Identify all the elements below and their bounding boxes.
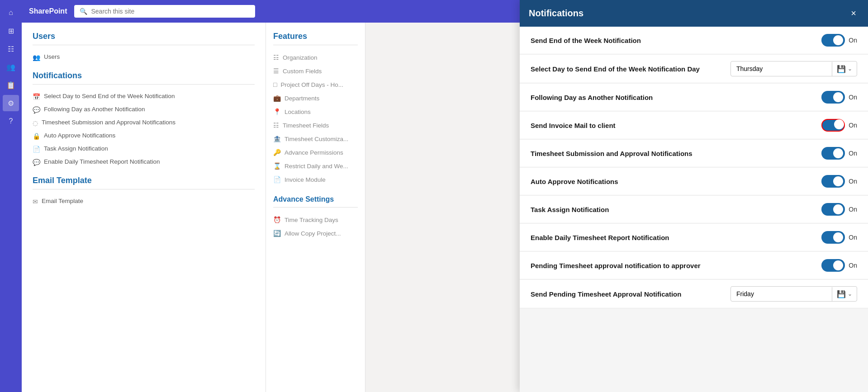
home-icon[interactable]: ⌂: [3, 5, 19, 21]
grid-icon[interactable]: ⊞: [3, 23, 19, 39]
features-item-time-tracking[interactable]: ⏰ Time Tracking Days: [273, 213, 358, 227]
select-control-9: SundayMondayTuesdayWednesdayThursdayFrid…: [730, 286, 857, 302]
toggle-state-3: On: [849, 122, 857, 129]
layers-icon: ☰: [273, 67, 279, 75]
sidebar-item-email-template[interactable]: ✉ Email Template: [33, 195, 255, 208]
toggle-0[interactable]: [821, 34, 845, 47]
features-item-restrict-daily[interactable]: ⌛ Restrict Daily and We...: [273, 159, 358, 173]
toggle-6[interactable]: [821, 203, 845, 216]
notification-label-3: Send Invoice Mail to client: [531, 122, 616, 129]
help-icon[interactable]: ?: [3, 113, 19, 129]
toggle-state-2: On: [849, 94, 857, 101]
select-save-button-9[interactable]: 💾 ⌄: [832, 287, 857, 301]
toggle-wrapper-4: On: [821, 147, 857, 160]
clipboard-icon[interactable]: 📋: [3, 77, 19, 93]
file-icon: 📄: [33, 146, 40, 153]
features-title: Features: [273, 32, 358, 41]
settings-icon[interactable]: ⚙: [3, 95, 19, 111]
sidebar-item-task-assign-label: Task Assign Notification: [44, 145, 108, 152]
invoice-icon: 📄: [273, 176, 281, 183]
features-item-invoice-label: Invoice Module: [285, 176, 326, 183]
features-item-allow-copy[interactable]: 🔄 Allow Copy Project...: [273, 227, 358, 240]
notifications-section-title: Notifications: [33, 71, 255, 80]
notification-row-8: Pending Timesheet approval notification …: [520, 252, 868, 279]
pin-icon: 📍: [273, 108, 281, 115]
features-item-time-tracking-label: Time Tracking Days: [285, 217, 338, 223]
notification-label-6: Task Assign Notification: [531, 206, 609, 213]
sidebar-item-task-assign[interactable]: 📄 Task Assign Notification: [33, 142, 255, 156]
toggle-4[interactable]: [821, 147, 845, 160]
left-navigation: ⌂ ⊞ ☷ 👥 📋 ⚙ ?: [0, 0, 22, 392]
toggle-state-7: On: [849, 234, 857, 241]
toggle-wrapper-7: On: [821, 231, 857, 244]
features-item-locations-label: Locations: [285, 109, 311, 115]
people-icon[interactable]: 👥: [3, 59, 19, 75]
toggle-state-4: On: [849, 150, 857, 157]
sidebar-item-following-day-label: Following Day as Another Notification: [44, 106, 145, 113]
toggle-wrapper-5: On: [821, 175, 857, 188]
sidebar-item-timesheet-submission[interactable]: ◌ Timesheet Submission and Approval Noti…: [33, 116, 255, 129]
features-item-custom-fields-label: Custom Fields: [283, 68, 322, 75]
select-label-9: Send Pending Timesheet Approval Notifica…: [531, 290, 681, 298]
sidebar-item-select-day[interactable]: 📅 Select Day to Send End of the Week Not…: [33, 90, 255, 103]
toggle-3[interactable]: [821, 119, 845, 132]
notifications-panel: Notifications × Send End of the Week Not…: [520, 0, 868, 392]
toggle-2[interactable]: [821, 91, 845, 104]
search-box[interactable]: 🔍: [74, 5, 255, 18]
chart-icon[interactable]: ☷: [3, 41, 19, 57]
features-item-organization[interactable]: ☷ Organization: [273, 51, 358, 64]
panel-header: Notifications ×: [520, 0, 868, 27]
notification-row-3: Send Invoice Mail to clientOn: [520, 112, 868, 139]
sidebar-item-following-day[interactable]: 💬 Following Day as Another Notification: [33, 103, 255, 116]
features-item-timesheet-customization-label: Timesheet Customiza...: [285, 136, 348, 142]
features-item-departments[interactable]: 💼 Departments: [273, 91, 358, 105]
chat-icon: 💬: [33, 106, 40, 113]
features-item-locations[interactable]: 📍 Locations: [273, 105, 358, 118]
features-item-invoice[interactable]: 📄 Invoice Module: [273, 173, 358, 186]
features-item-organization-label: Organization: [283, 54, 318, 61]
toggle-8[interactable]: [821, 259, 845, 272]
sidebar-item-auto-approve[interactable]: 🔒 Auto Approve Notifications: [33, 129, 255, 142]
notification-label-8: Pending Timesheet approval notification …: [531, 262, 701, 269]
calendar-icon: 📅: [33, 93, 40, 100]
toggle-wrapper-6: On: [821, 203, 857, 216]
features-item-allow-copy-label: Allow Copy Project...: [285, 230, 341, 237]
org-icon: ☷: [273, 54, 279, 61]
toggle-wrapper-8: On: [821, 259, 857, 272]
email-icon: ✉: [33, 198, 38, 205]
loading-icon: ◌: [33, 119, 38, 127]
sidebar-item-select-day-label: Select Day to Send End of the Week Notif…: [44, 93, 175, 99]
toggle-state-8: On: [849, 262, 857, 269]
search-input[interactable]: [91, 8, 250, 15]
features-item-project-offdays-label: Project Off Days - Ho...: [280, 81, 343, 88]
select-row-9: Send Pending Timesheet Approval Notifica…: [520, 280, 868, 308]
notification-row-6: Task Assign NotificationOn: [520, 196, 868, 223]
toggle-wrapper-0: On: [821, 34, 857, 47]
panel-title: Notifications: [529, 8, 583, 19]
sidebar-item-daily-report[interactable]: 💬 Enable Daily Timesheet Report Notifica…: [33, 156, 255, 169]
features-item-advance-permissions-label: Advance Permissions: [285, 149, 343, 156]
select-dropdown-1[interactable]: SundayMondayTuesdayWednesdayThursdayFrid…: [731, 61, 832, 76]
features-item-custom-fields[interactable]: ☰ Custom Fields: [273, 64, 358, 78]
copy-icon: 🔄: [273, 230, 281, 237]
select-dropdown-9[interactable]: SundayMondayTuesdayWednesdayThursdayFrid…: [731, 287, 832, 301]
notification-label-4: Timesheet Submission and Approval Notifi…: [531, 150, 693, 157]
sidebar: Users 👥 Users Notifications 📅 Select Day…: [22, 23, 266, 392]
sidebar-item-users-label: Users: [44, 53, 60, 60]
features-item-timesheet-customization[interactable]: 🏦 Timesheet Customiza...: [273, 132, 358, 146]
toggle-5[interactable]: [821, 175, 845, 188]
features-item-timesheet-fields[interactable]: ☷ Timesheet Fields: [273, 118, 358, 132]
features-item-advance-permissions[interactable]: 🔑 Advance Permissions: [273, 146, 358, 159]
sidebar-item-users[interactable]: 👥 Users: [33, 51, 255, 64]
panel-close-button[interactable]: ×: [848, 7, 859, 19]
features-panel: Features ☷ Organization ☰ Custom Fields …: [266, 23, 365, 392]
features-item-project-offdays[interactable]: □ Project Off Days - Ho...: [273, 78, 358, 91]
square-icon: □: [273, 81, 277, 88]
toggle-7[interactable]: [821, 231, 845, 244]
select-row-1: Select Day to Send End of the Week Notif…: [520, 55, 868, 83]
select-save-button-1[interactable]: 💾 ⌄: [832, 62, 857, 76]
toggle-wrapper-2: On: [821, 91, 857, 104]
customize-icon: 🏦: [273, 135, 281, 142]
advance-settings-title: Advance Settings: [273, 195, 358, 203]
key-icon: 🔑: [273, 149, 281, 156]
